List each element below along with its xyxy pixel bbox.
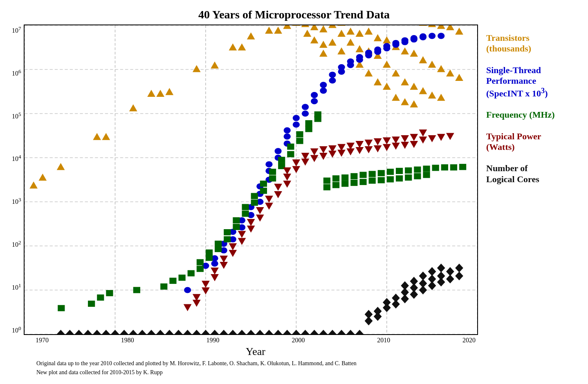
- svg-rect-177: [305, 126, 312, 132]
- svg-marker-319: [401, 281, 409, 290]
- svg-rect-147: [106, 290, 113, 296]
- performance-series: [184, 33, 444, 293]
- svg-marker-333: [446, 267, 454, 276]
- svg-marker-218: [183, 304, 191, 311]
- svg-point-120: [329, 77, 336, 83]
- y-axis-labels: 107 106 105 104 103 102 101 100: [12, 25, 24, 335]
- svg-marker-43: [337, 30, 346, 37]
- svg-marker-27: [238, 43, 246, 50]
- svg-point-142: [429, 33, 435, 39]
- svg-marker-312: [374, 307, 382, 316]
- legend-power-label: Typical Power(Watts): [486, 131, 576, 153]
- svg-rect-201: [414, 167, 421, 173]
- svg-rect-181: [323, 178, 330, 184]
- svg-marker-271: [419, 129, 427, 136]
- svg-marker-41: [328, 38, 337, 45]
- svg-rect-194: [377, 177, 384, 183]
- svg-marker-77: [419, 56, 427, 63]
- svg-point-113: [292, 115, 299, 121]
- svg-rect-162: [233, 217, 240, 223]
- svg-point-119: [320, 82, 327, 88]
- svg-rect-161: [233, 224, 240, 230]
- svg-rect-172: [278, 157, 285, 163]
- x-tick-1990: 1990: [205, 337, 221, 344]
- svg-marker-293: [220, 330, 228, 334]
- svg-rect-170: [269, 169, 276, 175]
- svg-rect-148: [133, 287, 140, 293]
- svg-marker-334: [455, 272, 463, 281]
- svg-marker-291: [202, 330, 210, 334]
- svg-marker-276: [66, 330, 74, 334]
- svg-marker-295: [238, 330, 246, 334]
- svg-marker-240: [283, 174, 291, 181]
- svg-marker-266: [401, 142, 409, 149]
- svg-marker-225: [220, 262, 228, 269]
- svg-marker-229: [238, 238, 246, 245]
- svg-marker-55: [364, 69, 373, 76]
- x-tick-2010: 2010: [375, 337, 392, 344]
- svg-point-127: [356, 54, 363, 60]
- svg-marker-31: [283, 25, 291, 29]
- svg-marker-30: [274, 27, 282, 33]
- svg-rect-189: [359, 172, 366, 178]
- legend-cores-label: Number ofLogical Cores: [486, 163, 576, 185]
- svg-rect-204: [423, 172, 430, 178]
- svg-marker-277: [75, 330, 83, 334]
- svg-marker-49: [355, 30, 364, 37]
- svg-rect-144: [58, 305, 65, 311]
- svg-marker-248: [319, 153, 328, 160]
- y-tick-0: 100: [12, 325, 21, 334]
- svg-marker-261: [374, 138, 382, 145]
- svg-marker-280: [102, 330, 110, 334]
- svg-marker-40: [328, 25, 337, 28]
- footnote-2: New plot and data collected for 2010-201…: [12, 369, 576, 376]
- svg-marker-283: [129, 330, 137, 334]
- svg-marker-282: [120, 330, 128, 334]
- svg-marker-247: [310, 148, 319, 155]
- svg-marker-84: [437, 94, 445, 100]
- svg-marker-303: [310, 330, 319, 334]
- svg-point-125: [347, 58, 354, 65]
- svg-marker-20: [129, 104, 137, 111]
- svg-point-135: [392, 40, 399, 46]
- svg-marker-46: [346, 27, 355, 34]
- svg-rect-167: [260, 188, 267, 194]
- plot-with-yaxis: 107 106 105 104 103 102 101 100: [12, 25, 478, 335]
- svg-marker-310: [364, 310, 373, 319]
- svg-rect-202: [414, 173, 421, 179]
- svg-marker-224: [211, 268, 219, 275]
- svg-rect-153: [196, 266, 203, 272]
- svg-marker-223: [211, 274, 219, 281]
- svg-marker-33: [301, 25, 309, 27]
- svg-marker-79: [428, 25, 436, 27]
- svg-marker-83: [437, 65, 445, 72]
- svg-point-108: [274, 148, 281, 154]
- svg-marker-294: [229, 330, 237, 334]
- svg-rect-192: [368, 178, 375, 184]
- svg-marker-18: [93, 133, 101, 140]
- chart-container: 40 Years of Microprocessor Trend Data 10…: [12, 8, 576, 376]
- svg-marker-39: [319, 49, 328, 56]
- svg-marker-231: [247, 225, 255, 232]
- svg-marker-304: [319, 330, 328, 334]
- svg-marker-19: [102, 133, 110, 140]
- legend-frequency: Frequency (MHz): [486, 109, 576, 120]
- y-tick-2: 102: [12, 239, 21, 248]
- svg-point-131: [374, 47, 381, 53]
- svg-marker-73: [410, 49, 418, 56]
- svg-point-111: [283, 127, 290, 133]
- svg-rect-197: [396, 168, 403, 174]
- svg-rect-191: [368, 171, 375, 177]
- svg-marker-328: [428, 267, 436, 276]
- svg-rect-183: [332, 175, 339, 181]
- svg-marker-314: [383, 298, 391, 307]
- svg-marker-238: [274, 184, 282, 191]
- svg-marker-272: [428, 135, 436, 142]
- svg-marker-256: [355, 147, 364, 154]
- svg-rect-164: [242, 204, 249, 210]
- svg-marker-289: [183, 330, 191, 334]
- svg-marker-237: [274, 191, 282, 198]
- svg-marker-59: [374, 78, 382, 85]
- svg-marker-262: [383, 144, 391, 151]
- svg-marker-258: [364, 146, 373, 153]
